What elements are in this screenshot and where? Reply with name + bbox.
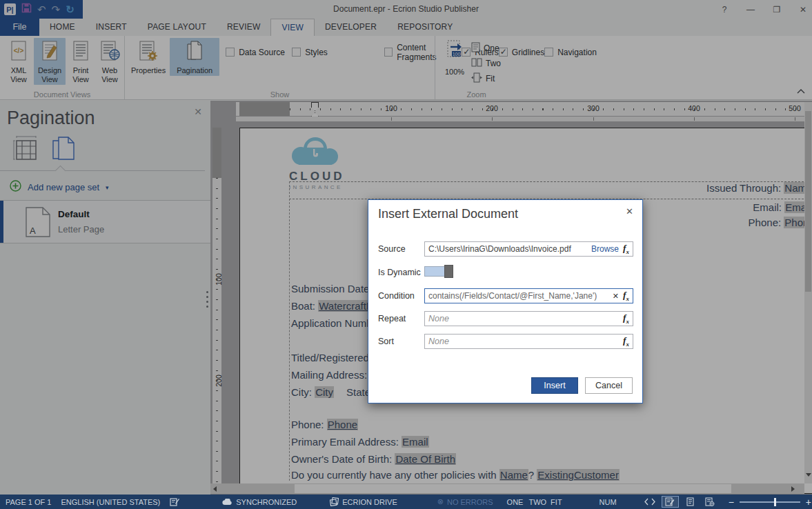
zoom-slider[interactable] [740, 501, 800, 503]
layout-one-button[interactable]: ONE [507, 498, 524, 506]
sort-input[interactable]: None fx [424, 334, 633, 349]
drive-icon [330, 497, 339, 506]
error-circle-icon: ⊗ [437, 497, 444, 506]
fx-icon[interactable]: fx [623, 243, 629, 255]
insert-button[interactable]: Insert [531, 377, 578, 394]
status-bar: PAGE 1 OF 1 ENGLISH (UNITED STATES) SYNC… [0, 495, 812, 509]
repeat-label: Repeat [378, 314, 406, 323]
is-dynamic-toggle[interactable] [424, 266, 453, 277]
status-design-view-icon[interactable] [662, 496, 679, 508]
proofing-icon[interactable] [170, 497, 179, 506]
clear-icon[interactable]: ✕ [613, 292, 619, 301]
dialog-close-icon[interactable]: ✕ [626, 206, 633, 217]
fx-icon[interactable]: fx [623, 335, 629, 348]
layout-fit-button[interactable]: FIT [551, 498, 562, 506]
status-web-view-icon[interactable] [702, 496, 719, 508]
sort-label: Sort [378, 337, 394, 346]
ecrion-drive-status[interactable]: ECRION DRIVE [330, 497, 397, 506]
application-window: P| ↶ ↷ ↻ Document.epr - Ecrion Studio Pu… [0, 0, 812, 509]
source-label: Source [378, 244, 406, 254]
toggle-knob[interactable] [444, 265, 453, 278]
insert-external-document-dialog: Insert External Document ✕ Source C:\Use… [368, 199, 643, 403]
layout-two-button[interactable]: TWO [528, 498, 546, 506]
status-print-view-icon[interactable] [682, 496, 699, 508]
fx-icon[interactable]: fx [623, 312, 629, 325]
repeat-input[interactable]: None fx [424, 311, 633, 326]
dialog-title: Insert External Document [378, 207, 518, 221]
is-dynamic-label: Is Dynamic [378, 268, 421, 277]
cancel-button[interactable]: Cancel [585, 377, 633, 394]
num-lock-indicator: NUM [600, 498, 617, 506]
browse-link[interactable]: Browse [591, 244, 619, 254]
page-indicator[interactable]: PAGE 1 OF 1 [6, 498, 51, 506]
cloud-icon [222, 499, 232, 506]
zoom-slider-thumb[interactable] [774, 498, 776, 506]
no-errors-indicator: ⊗ NO ERRORS [437, 497, 493, 506]
status-code-view-icon[interactable] [642, 496, 659, 508]
zoom-out-icon[interactable]: − [729, 497, 734, 508]
condition-input[interactable]: contains(/Fields/Contact/@First_Name,'Ja… [424, 288, 633, 303]
language-indicator[interactable]: ENGLISH (UNITED STATES) [61, 498, 160, 506]
zoom-in-icon[interactable]: + [806, 497, 811, 508]
source-input[interactable]: C:\Users\IrinaG\Downloads\Invoice.pdf Br… [424, 241, 633, 257]
condition-label: Condition [378, 291, 415, 301]
fx-icon[interactable]: fx [623, 290, 629, 302]
sync-status[interactable]: SYNCHRONIZED [222, 498, 297, 506]
